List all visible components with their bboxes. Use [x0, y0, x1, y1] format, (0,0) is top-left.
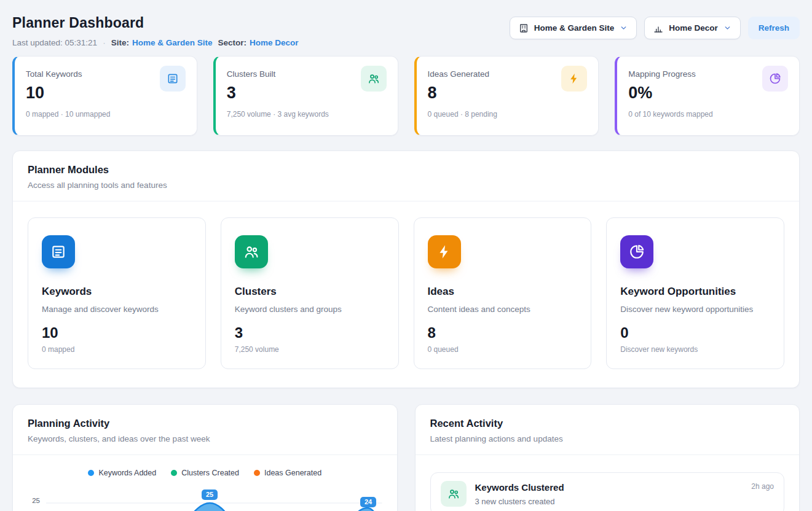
module-card-keywords[interactable]: Keywords Manage and discover keywords 10… — [28, 217, 206, 369]
module-value: 8 — [428, 324, 578, 341]
module-title: Ideas — [428, 286, 578, 298]
module-description: Manage and discover keywords — [42, 305, 192, 314]
stats-row: Total Keywords 10 0 mapped · 10 unmapped… — [12, 56, 800, 136]
recent-activity-panel: Recent Activity Latest planning actions … — [415, 404, 800, 511]
stat-caption: 0 of 10 keywords mapped — [628, 110, 788, 119]
activity-list-item[interactable]: Keywords Clustered 3 new clusters create… — [430, 472, 785, 511]
bottom-row: Planning Activity Keywords, clusters, an… — [12, 404, 800, 511]
stat-value: 0% — [628, 84, 696, 103]
modules-grid: Keywords Manage and discover keywords 10… — [13, 201, 799, 388]
planner-modules-panel: Planner Modules Access all planning tool… — [12, 150, 800, 388]
stat-label: Clusters Built — [227, 69, 276, 79]
chevron-down-icon — [723, 24, 731, 32]
sector-selector-label: Home Decor — [669, 23, 718, 33]
last-updated-text: Last updated: 05:31:21 — [12, 38, 97, 47]
document-icon — [42, 235, 75, 268]
module-value: 3 — [235, 324, 385, 341]
stat-caption: 0 mapped · 10 unmapped — [26, 110, 186, 119]
meta-separator: · — [103, 38, 106, 47]
module-title: Clusters — [235, 286, 385, 298]
legend-item-keywords-added: Keywords Added — [88, 469, 156, 477]
sector-meta: Sector: Home Decor — [218, 38, 298, 47]
lightning-icon — [428, 235, 461, 268]
pie-chart-icon — [762, 66, 788, 92]
module-value: 10 — [42, 324, 192, 341]
legend-dot-green — [171, 470, 177, 476]
module-card-ideas[interactable]: Ideas Content ideas and concepts 8 0 que… — [414, 217, 592, 369]
sector-label: Sector: — [218, 38, 246, 47]
module-value: 0 — [620, 324, 770, 341]
site-selector-label: Home & Garden Site — [534, 23, 615, 33]
site-label: Site: — [111, 38, 129, 47]
module-description: Keyword clusters and groups — [235, 305, 385, 314]
activity-item-description: 3 new clusters created — [475, 497, 743, 506]
lightning-icon — [561, 66, 587, 92]
site-selector-dropdown[interactable]: Home & Garden Site — [510, 17, 637, 39]
site-link[interactable]: Home & Garden Site — [132, 38, 213, 47]
stat-card-total-keywords: Total Keywords 10 0 mapped · 10 unmapped — [12, 56, 197, 136]
meta-line: Last updated: 05:31:21 · Site: Home & Ga… — [12, 38, 298, 47]
stat-caption: 0 queued · 8 pending — [428, 110, 588, 119]
page-header: Planner Dashboard Last updated: 05:31:21… — [12, 10, 800, 47]
module-caption: 0 mapped — [42, 345, 192, 354]
document-icon — [160, 66, 186, 92]
planning-activity-panel: Planning Activity Keywords, clusters, an… — [12, 404, 398, 511]
stat-value: 10 — [26, 84, 82, 103]
users-icon — [235, 235, 268, 268]
modules-title: Planner Modules — [28, 164, 784, 176]
planning-activity-subtitle: Keywords, clusters, and ideas over the p… — [28, 434, 382, 443]
module-card-keyword-opportunities[interactable]: Keyword Opportunities Discover new keywo… — [606, 217, 784, 369]
planner-dashboard-page: Planner Dashboard Last updated: 05:31:21… — [0, 0, 812, 511]
module-card-clusters[interactable]: Clusters Keyword clusters and groups 3 7… — [221, 217, 399, 369]
building-icon — [519, 23, 529, 33]
modules-subtitle: Access all planning tools and features — [28, 181, 784, 190]
stat-label: Ideas Generated — [428, 69, 490, 79]
data-point-label: 24 — [360, 497, 376, 507]
data-point-label: 25 — [202, 490, 218, 500]
pie-chart-icon — [620, 235, 653, 268]
planning-activity-title: Planning Activity — [28, 418, 382, 429]
area-chart: 25 25 24 — [25, 487, 382, 511]
chevron-down-icon — [620, 24, 628, 32]
header-controls: Home & Garden Site Home Decor Refresh — [510, 17, 800, 39]
activity-item-body: Keywords Clustered 3 new clusters create… — [475, 481, 743, 506]
stat-card-ideas-generated: Ideas Generated 8 0 queued · 8 pending — [414, 56, 599, 136]
module-description: Discover new keyword opportunities — [620, 305, 770, 314]
legend-item-clusters-created: Clusters Created — [171, 469, 239, 477]
y-axis-tick: 25 — [25, 497, 40, 504]
module-caption: 7,250 volume — [235, 345, 385, 354]
stat-card-mapping-progress: Mapping Progress 0% 0 of 10 keywords map… — [615, 56, 800, 136]
legend-item-ideas-generated: Ideas Generated — [254, 469, 321, 477]
module-description: Content ideas and concepts — [428, 305, 578, 314]
recent-activity-subtitle: Latest planning actions and updates — [430, 434, 785, 443]
activity-item-title: Keywords Clustered — [475, 482, 743, 493]
recent-activity-title: Recent Activity — [430, 418, 785, 429]
site-meta: Site: Home & Garden Site — [111, 38, 213, 47]
users-icon — [361, 66, 387, 92]
chart-legend: Keywords Added Clusters Created Ideas Ge… — [13, 455, 397, 481]
stat-value: 8 — [428, 84, 490, 103]
legend-dot-blue — [88, 470, 94, 476]
stat-label: Total Keywords — [26, 69, 82, 79]
sector-link[interactable]: Home Decor — [250, 38, 299, 47]
users-icon — [441, 481, 467, 507]
stat-caption: 7,250 volume · 3 avg keywords — [227, 110, 387, 119]
page-title: Planner Dashboard — [12, 15, 298, 31]
module-caption: 0 queued — [428, 345, 578, 354]
sector-selector-dropdown[interactable]: Home Decor — [644, 17, 741, 39]
module-caption: Discover new keywords — [620, 345, 770, 354]
module-title: Keywords — [42, 286, 192, 298]
module-title: Keyword Opportunities — [620, 286, 770, 298]
header-left: Planner Dashboard Last updated: 05:31:21… — [12, 10, 298, 47]
stat-card-clusters-built: Clusters Built 3 7,250 volume · 3 avg ke… — [213, 56, 398, 136]
refresh-button[interactable]: Refresh — [748, 17, 800, 39]
activity-item-timestamp: 2h ago — [751, 482, 774, 491]
stat-label: Mapping Progress — [628, 69, 696, 79]
bar-chart-icon — [653, 23, 663, 33]
stat-value: 3 — [227, 84, 276, 103]
legend-dot-orange — [254, 470, 260, 476]
